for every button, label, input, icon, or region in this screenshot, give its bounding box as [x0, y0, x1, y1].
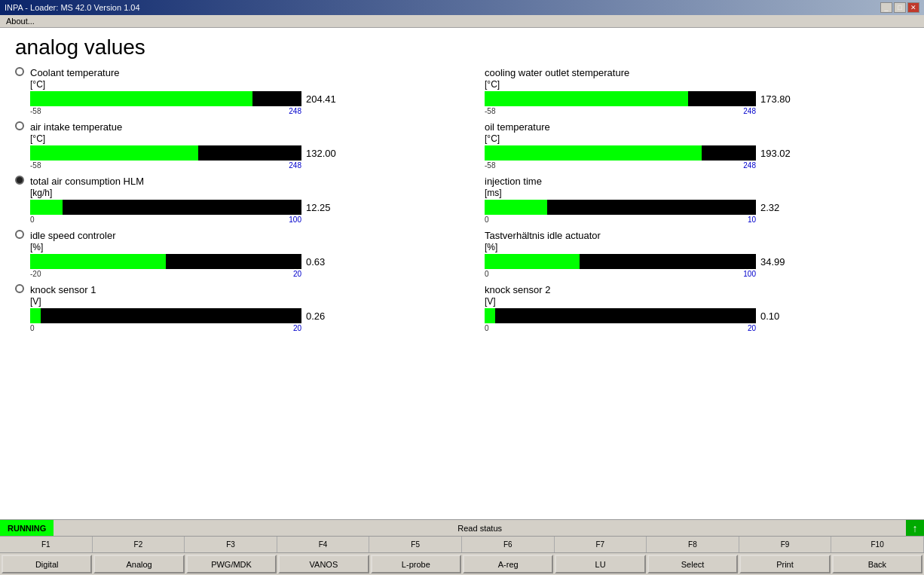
sensor-block-total-air-consumption: total air consumption HLM [kg/h] 12.25 0…	[30, 176, 454, 224]
fn-key-f10[interactable]: F10	[831, 537, 924, 552]
minimize-button[interactable]: _	[880, 2, 892, 13]
fn-key-f1[interactable]: F1	[0, 537, 93, 552]
sensor-left-2: total air consumption HLM [kg/h] 12.25 0…	[15, 176, 454, 227]
sensor-name-total-air-consumption: total air consumption HLM	[30, 176, 454, 187]
min-val-cooling-water-outlet: -58	[485, 107, 495, 115]
sensor-group-air-intake-temp: air intake temperatue [°C] 132.00 -58 24…	[15, 121, 454, 170]
fn-key-f7[interactable]: F7	[555, 537, 647, 552]
max-val-knock-sensor-2: 20	[748, 324, 756, 332]
bar-value-oil-temp: 193.02	[760, 148, 802, 159]
fn-key-f9[interactable]: F9	[739, 537, 832, 552]
sensor-right-3: Tastverhältnis idle actuator [%] 34.99 0…	[470, 230, 909, 281]
bar-scale-cooling-water-outlet: -58 248	[485, 107, 756, 115]
sensor-name-oil-temp: oil temperature	[485, 121, 909, 133]
sensor-unit-knock-sensor-2: [V]	[485, 296, 909, 307]
sensor-radio[interactable]	[15, 121, 24, 130]
sensor-radio[interactable]	[15, 176, 24, 185]
min-val-coolant-temp: -58	[30, 107, 41, 115]
sensor-unit-cooling-water-outlet: [°C]	[485, 79, 909, 90]
fn-key-f2[interactable]: F2	[93, 537, 185, 552]
bar-container-knock-sensor-2	[485, 308, 756, 323]
sensor-group-knock-sensor-2: knock sensor 2 [V] 0.10 0 20	[470, 284, 909, 332]
window-controls[interactable]: _ □ ✕	[880, 2, 919, 13]
bar-container-tastverhaltnis	[485, 254, 756, 269]
pwg-mdk-btn[interactable]: PWG/MDK	[186, 555, 277, 573]
max-val-air-intake-temp: 248	[289, 161, 301, 170]
fn-key-f5[interactable]: F5	[369, 537, 462, 552]
a-reg-btn[interactable]: A-reg	[463, 555, 553, 573]
app-title: INPA - Loader: MS 42.0 Version 1.04	[5, 3, 140, 12]
sensor-block-tastverhaltnis: Tastverhältnis idle actuator [%] 34.99 0…	[485, 230, 909, 278]
sensor-name-knock-sensor-2: knock sensor 2	[485, 284, 909, 295]
sensor-name-cooling-water-outlet: cooling water outlet stemperature	[485, 67, 909, 78]
digital-btn[interactable]: Digital	[2, 555, 92, 573]
max-val-oil-temp: 248	[743, 161, 756, 170]
bar-fill-knock-sensor-2	[485, 308, 495, 323]
lu-btn[interactable]: LU	[555, 555, 645, 573]
sensor-unit-coolant-temp: [°C]	[30, 79, 454, 90]
select-btn[interactable]: Select	[647, 555, 738, 573]
function-bar: F1F2F3F4F5F6F7F8F9F10	[0, 536, 924, 552]
sensor-block-knock-sensor-1: knock sensor 1 [V] 0.26 0 20	[30, 284, 454, 332]
sensor-block-knock-sensor-2: knock sensor 2 [V] 0.10 0 20	[485, 284, 909, 332]
sensor-name-tastverhaltnis: Tastverhältnis idle actuator	[485, 230, 909, 241]
bar-value-tastverhaltnis: 34.99	[760, 256, 802, 268]
bar-scale-total-air-consumption: 0 100	[30, 216, 301, 224]
bar-value-injection-time: 2.32	[760, 202, 802, 213]
l-probe-btn[interactable]: L-probe	[371, 555, 461, 573]
bar-row-oil-temp: 193.02	[485, 145, 909, 161]
max-val-total-air-consumption: 100	[289, 216, 301, 224]
sensors-container: Coolant temperature [°C] 204.41 -58 248 …	[15, 67, 909, 335]
bar-scale-knock-sensor-1: 0 20	[30, 324, 301, 332]
print-btn[interactable]: Print	[739, 555, 830, 573]
bar-value-knock-sensor-1: 0.26	[306, 310, 347, 322]
bar-container-total-air-consumption	[30, 200, 301, 215]
page-title: analog values	[15, 35, 909, 60]
fn-key-f6[interactable]: F6	[462, 537, 555, 552]
bar-row-knock-sensor-1: 0.26	[30, 308, 454, 323]
button-bar: DigitalAnalogPWG/MDKVANOSL-probeA-regLUS…	[0, 552, 924, 575]
bar-scale-tastverhaltnis: 0 100	[485, 270, 756, 278]
sensor-block-cooling-water-outlet: cooling water outlet stemperature [°C] 1…	[485, 67, 909, 115]
bar-container-oil-temp	[485, 145, 756, 161]
close-button[interactable]: ✕	[907, 2, 919, 13]
vanos-btn[interactable]: VANOS	[278, 555, 369, 573]
sensor-group-cooling-water-outlet: cooling water outlet stemperature [°C] 1…	[470, 67, 909, 115]
sensor-radio[interactable]	[15, 284, 24, 293]
bar-container-injection-time	[485, 200, 756, 215]
fn-key-f3[interactable]: F3	[185, 537, 277, 552]
sensor-name-air-intake-temp: air intake temperatue	[30, 121, 454, 133]
sensor-name-idle-speed: idle speed controler	[30, 230, 454, 241]
sensor-group-oil-temp: oil temperature [°C] 193.02 -58 248	[470, 121, 909, 170]
bar-value-coolant-temp: 204.41	[306, 93, 347, 105]
bar-value-idle-speed: 0.63	[306, 256, 347, 268]
fn-key-f8[interactable]: F8	[647, 537, 739, 552]
min-val-tastverhaltnis: 0	[485, 270, 489, 278]
max-val-idle-speed: 20	[293, 270, 301, 278]
bar-row-injection-time: 2.32	[485, 200, 909, 215]
min-val-knock-sensor-1: 0	[30, 324, 35, 332]
analog-btn[interactable]: Analog	[93, 555, 184, 573]
sensor-radio[interactable]	[15, 67, 24, 76]
about-menu[interactable]: About...	[3, 15, 38, 27]
back-btn[interactable]: Back	[832, 555, 922, 573]
sensor-right-4: knock sensor 2 [V] 0.10 0 20	[470, 284, 909, 335]
bar-scale-idle-speed: -20 20	[30, 270, 301, 278]
bar-row-coolant-temp: 204.41	[30, 91, 454, 106]
status-arrow: ↑	[906, 520, 924, 537]
bar-row-cooling-water-outlet: 173.80	[485, 91, 909, 106]
sensor-block-injection-time: injection time [ms] 2.32 0 10	[485, 176, 909, 224]
sensor-radio[interactable]	[15, 230, 24, 239]
bar-row-air-intake-temp: 132.00	[30, 145, 454, 161]
fn-key-f4[interactable]: F4	[277, 537, 370, 552]
bar-row-knock-sensor-2: 0.10	[485, 308, 909, 323]
bar-fill-oil-temp	[485, 145, 702, 161]
main-content: analog values Coolant temperature [°C] 2…	[0, 28, 924, 519]
sensor-name-injection-time: injection time	[485, 176, 909, 187]
min-val-idle-speed: -20	[30, 270, 41, 278]
maximize-button[interactable]: □	[894, 2, 906, 13]
sensor-right-2: injection time [ms] 2.32 0 10	[470, 176, 909, 227]
sensor-unit-injection-time: [ms]	[485, 188, 909, 198]
bar-fill-idle-speed	[30, 254, 166, 269]
status-bar: RUNNING Read status ↑	[0, 519, 924, 536]
